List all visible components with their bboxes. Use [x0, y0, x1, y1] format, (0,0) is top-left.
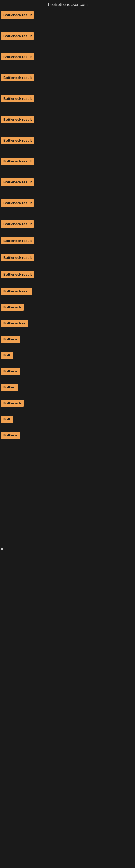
list-item: Bottleneck result: [0, 176, 135, 189]
bottleneck-badge-19[interactable]: Bott: [1, 351, 13, 359]
bottleneck-badge-8[interactable]: Bottleneck result: [1, 158, 34, 165]
bottleneck-badge-14[interactable]: Bottleneck result: [1, 271, 34, 278]
list-item: Bottleneck result: [0, 235, 135, 248]
list-item: Bottlene: [0, 333, 135, 346]
bottleneck-badge-22[interactable]: Bottleneck: [1, 400, 24, 407]
list-item: Bottleneck result: [0, 93, 135, 105]
list-item: Bottleneck result: [0, 114, 135, 126]
bottleneck-badge-3[interactable]: Bottleneck result: [1, 53, 34, 61]
site-title: TheBottlenecker.com: [0, 0, 135, 9]
site-header: TheBottlenecker.com: [0, 0, 135, 9]
bottleneck-badge-1[interactable]: Bottleneck result: [1, 11, 34, 19]
list-item: Bottlene: [0, 365, 135, 378]
list-item: Bottlen: [0, 381, 135, 394]
list-item: Bottleneck result: [0, 72, 135, 85]
bottleneck-badge-12[interactable]: Bottleneck result: [1, 237, 34, 244]
list-item: Bottleneck re: [0, 317, 135, 330]
list-item: Bottleneck result: [0, 30, 135, 43]
list-item: Bottleneck result: [0, 155, 135, 168]
list-item: Bottleneck result: [0, 269, 135, 281]
list-item: Bottleneck result: [0, 51, 135, 64]
list-item: Bottleneck resu: [0, 285, 135, 298]
bottleneck-badge-6[interactable]: Bottleneck result: [1, 116, 34, 123]
bottleneck-badge-16[interactable]: Bottleneck: [1, 304, 24, 311]
bottleneck-badge-18[interactable]: Bottlene: [1, 336, 20, 343]
bottleneck-badge-5[interactable]: Bottleneck result: [1, 95, 34, 102]
text-cursor: [1, 450, 1, 456]
bottleneck-badge-17[interactable]: Bottleneck re: [1, 319, 28, 327]
bottleneck-badge-9[interactable]: Bottleneck result: [1, 179, 34, 186]
bottleneck-badge-23[interactable]: Bott: [1, 415, 13, 423]
list-item: Bottlene: [0, 429, 135, 442]
bottleneck-badge-21[interactable]: Bottlen: [1, 383, 18, 391]
list-item: Bottleneck result: [0, 9, 135, 22]
bottleneck-badge-15[interactable]: Bottleneck resu: [1, 287, 32, 295]
bottleneck-badge-7[interactable]: Bottleneck result: [1, 137, 34, 144]
list-item: Bottleneck result: [0, 218, 135, 231]
list-item: Bottleneck result: [0, 197, 135, 210]
bottleneck-badge-10[interactable]: Bottleneck result: [1, 199, 34, 207]
bottleneck-badge-2[interactable]: Bottleneck result: [1, 32, 34, 40]
bottleneck-badge-4[interactable]: Bottleneck result: [1, 74, 34, 82]
list-item: Bottleneck: [0, 397, 135, 410]
list-item: Bottleneck result: [0, 252, 135, 265]
bottleneck-badge-24[interactable]: Bottlene: [1, 432, 20, 439]
list-item: Bottleneck: [0, 301, 135, 314]
list-item: Bott: [0, 413, 135, 426]
list-item: Bott: [0, 349, 135, 362]
list-item: Bottleneck result: [0, 134, 135, 147]
bottleneck-badge-13[interactable]: Bottleneck result: [1, 254, 34, 261]
bottleneck-badge-20[interactable]: Bottlene: [1, 368, 20, 375]
bottleneck-badge-11[interactable]: Bottleneck result: [1, 220, 34, 227]
small-indicator: [1, 548, 3, 550]
